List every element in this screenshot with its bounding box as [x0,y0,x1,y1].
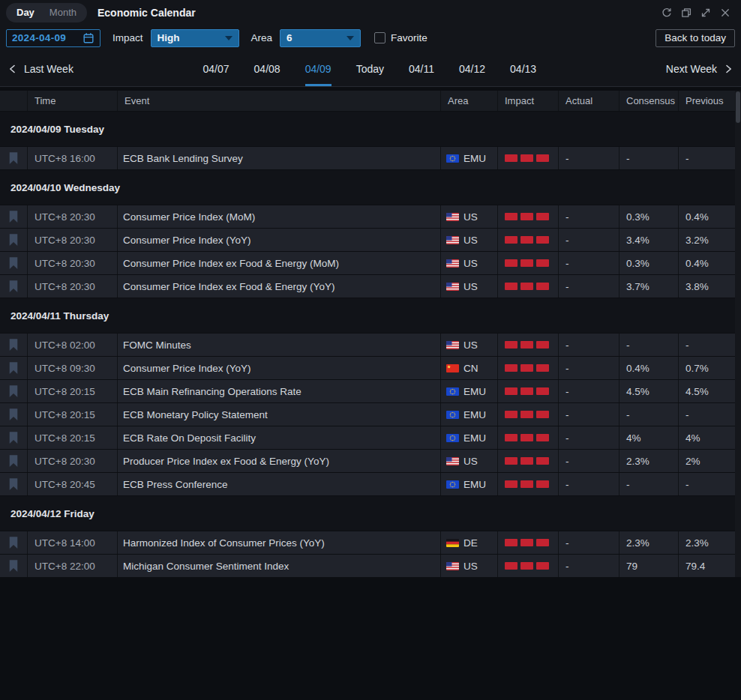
event-row[interactable]: UTC+8 14:00Harmonized Index of Consumer … [0,531,735,554]
date-value: 2024-04-09 [12,32,66,43]
favorite-checkbox[interactable] [374,32,386,43]
area-code: EMU [464,479,486,490]
event-name: Consumer Price Index (MoM) [118,205,440,228]
area-dropdown[interactable]: 6 [280,29,361,47]
bookmark-cell [0,531,27,554]
refresh-icon[interactable] [657,3,676,22]
event-name: FOMC Minutes [118,334,440,356]
impact-cell [498,555,558,577]
event-row[interactable]: UTC+8 20:30Consumer Price Index ex Food … [0,275,735,298]
impact-high-indicator [505,236,549,244]
restore-icon[interactable] [676,3,696,22]
bookmark-icon[interactable] [8,477,19,491]
event-name: Consumer Price Index (YoY) [118,229,440,251]
area-cell: US [441,205,497,228]
favorite-filter[interactable]: Favorite [374,32,428,43]
event-row[interactable]: UTC+8 20:15ECB Main Refinancing Operatio… [0,380,735,402]
event-row[interactable]: UTC+8 20:30Producer Price Index ex Food … [0,450,735,472]
flag-emu-icon [446,411,459,419]
next-week-button[interactable]: Next Week [666,51,734,86]
actual-value: - [559,380,619,402]
day-0413[interactable]: 04/13 [510,51,536,86]
bookmark-icon[interactable] [8,151,19,165]
bookmark-icon[interactable] [8,536,19,549]
tab-day[interactable]: Day [9,3,42,22]
day-0407[interactable]: 04/07 [203,51,230,86]
scrollbar[interactable] [735,91,741,577]
impact-bar [520,283,533,290]
impact-dropdown[interactable]: High [151,29,239,47]
day-0411[interactable]: 04/11 [409,51,434,86]
bookmark-icon[interactable] [8,408,19,421]
flag-us-icon [446,283,459,291]
event-name: ECB Press Conference [118,473,440,495]
consensus-value: 4.5% [620,380,678,402]
previous-value: 3.8% [679,275,740,298]
bookmark-icon[interactable] [8,559,19,573]
impact-high-indicator [505,154,549,162]
event-row[interactable]: UTC+8 20:30Consumer Price Index (MoM)US-… [0,205,735,228]
area-cell: EMU [441,380,497,402]
bookmark-icon[interactable] [8,431,19,444]
actual-value: - [559,275,619,298]
date-picker[interactable]: 2024-04-09 [6,29,100,47]
consensus-value: 3.4% [620,229,678,251]
event-row[interactable]: UTC+8 22:00Michigan Consumer Sentiment I… [0,555,735,577]
day-today[interactable]: Today [356,51,384,86]
impact-bar [536,154,549,162]
day-0412[interactable]: 04/12 [459,51,485,86]
back-to-today-button[interactable]: Back to today [656,29,735,47]
tab-month[interactable]: Month [42,3,84,22]
event-row[interactable]: UTC+8 20:15ECB Monetary Policy Statement… [0,403,735,426]
impact-bar [505,364,518,372]
impact-bar [536,364,549,372]
area-cell: DE [441,531,497,554]
day-0409[interactable]: 04/09 [305,51,332,86]
bookmark-icon[interactable] [8,233,19,247]
event-row[interactable]: UTC+8 09:30Consumer Price Index (YoY)CN-… [0,357,735,379]
event-row[interactable]: UTC+8 02:00FOMC MinutesUS--- [0,334,735,356]
day-0408[interactable]: 04/08 [254,51,280,86]
impact-bar [520,480,533,488]
date-group-header: 2024/04/12 Friday [0,496,735,531]
impact-bar [520,539,533,546]
impact-high-indicator [505,480,549,488]
impact-high-indicator [505,562,549,570]
area-value: 6 [286,32,292,43]
actual-value: - [559,450,619,472]
date-group-header: 2024/04/09 Tuesday [0,112,735,146]
last-week-button[interactable]: Last Week [8,51,74,86]
impact-bar [536,480,549,488]
last-week-label: Last Week [24,63,74,75]
header-cell-previous: Previous [679,91,740,111]
event-row[interactable]: UTC+8 20:45ECB Press ConferenceEMU--- [0,473,735,495]
consensus-value: 3.7% [620,275,678,298]
event-row[interactable]: UTC+8 20:30Consumer Price Index (YoY)US-… [0,229,735,251]
bookmark-icon[interactable] [8,210,19,223]
impact-cell [498,403,558,426]
bookmark-icon[interactable] [8,280,19,293]
bookmark-cell [0,275,27,298]
bookmark-icon[interactable] [8,384,19,398]
bookmark-icon[interactable] [8,338,19,351]
close-icon[interactable] [716,3,735,22]
scrollbar-thumb[interactable] [736,91,740,123]
event-row[interactable]: UTC+8 20:30Consumer Price Index ex Food … [0,252,735,274]
bookmark-icon[interactable] [8,454,19,468]
header-cell-time: Time [28,91,117,111]
maximize-icon[interactable] [696,3,716,22]
actual-value: - [559,229,619,251]
bookmark-icon[interactable] [8,361,19,375]
event-row[interactable]: UTC+8 20:15ECB Rate On Deposit FacilityE… [0,426,735,449]
calendar-icon [82,32,94,44]
consensus-value: 4% [620,426,678,449]
previous-value: 0.7% [679,357,740,379]
actual-value: - [559,205,619,228]
bookmark-cell [0,205,27,228]
bookmark-cell [0,357,27,379]
area-code: US [464,258,478,269]
event-row[interactable]: UTC+8 16:00ECB Bank Lending SurveyEMU--- [0,147,735,169]
event-name: ECB Bank Lending Survey [118,147,440,169]
bookmark-icon[interactable] [8,256,19,270]
bookmark-cell [0,426,27,449]
